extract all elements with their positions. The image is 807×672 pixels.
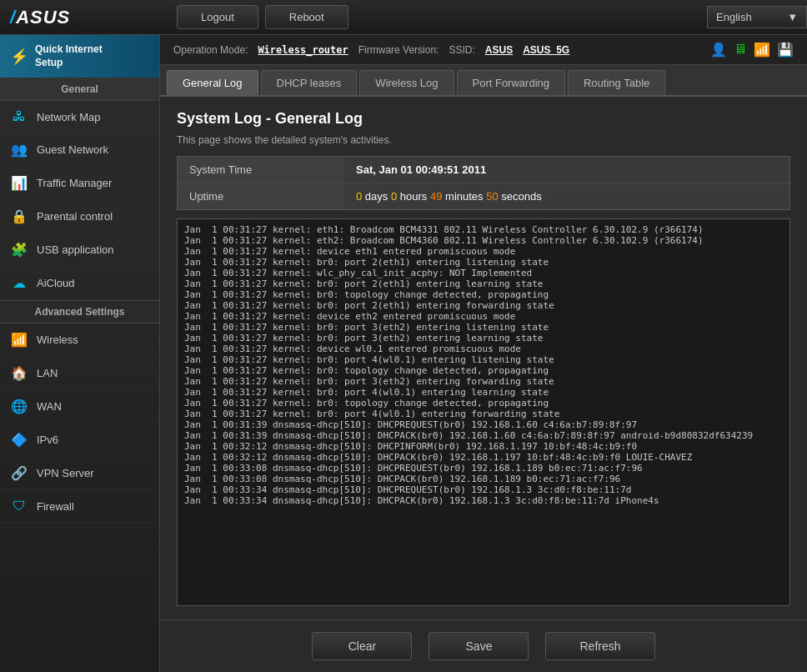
tab-port-forwarding[interactable]: Port Forwarding	[457, 70, 565, 95]
logo-area: /ASUS	[0, 7, 160, 28]
system-info-table: System Time Sat, Jan 01 00:49:51 2011 Up…	[177, 156, 790, 210]
info-bar: Operation Mode: Wireless_router Firmware…	[160, 35, 807, 65]
uptime-days-num: 0	[356, 190, 362, 203]
sidebar-item-label: Network Map	[37, 111, 101, 123]
sidebar-item-parental-control[interactable]: 🔒 Parental control	[0, 200, 159, 233]
page-content: System Log - General Log This page shows…	[160, 97, 807, 619]
uptime-hours-label: hours	[400, 190, 428, 203]
usb-icon[interactable]: 💾	[777, 42, 794, 58]
ssid-value2: ASUS_5G	[523, 44, 569, 56]
tab-general-log[interactable]: General Log	[167, 70, 258, 95]
uptime-minutes-label: minutes	[445, 190, 484, 203]
firewall-icon: 🛡	[10, 499, 28, 514]
system-time-row: System Time Sat, Jan 01 00:49:51 2011	[178, 157, 789, 183]
wifi-signal-icon[interactable]: 📶	[754, 42, 770, 58]
info-icons: 👤 🖥 📶 💾	[710, 42, 794, 58]
ipv6-icon: 🔷	[10, 432, 28, 448]
language-label: English	[716, 11, 752, 23]
sidebar-item-label: Firewall	[37, 500, 74, 513]
logout-button[interactable]: Logout	[177, 5, 258, 29]
uptime-label: Uptime	[178, 183, 344, 209]
wireless-icon: 📶	[10, 332, 28, 348]
tab-dhcp-leases[interactable]: DHCP leases	[261, 70, 358, 95]
uptime-minutes-num: 49	[430, 190, 442, 203]
uptime-days-label: days	[365, 190, 388, 203]
sidebar-item-wireless[interactable]: 📶 Wireless	[0, 323, 159, 357]
uptime-row: Uptime 0 days 0 hours 49 minutes 50 seco…	[178, 183, 789, 209]
uptime-seconds-label: seconds	[501, 190, 541, 203]
clear-button[interactable]: Clear	[312, 632, 412, 660]
system-time-label: System Time	[178, 157, 344, 183]
wan-icon: 🌐	[10, 399, 28, 414]
save-button[interactable]: Save	[429, 632, 529, 660]
asus-logo: /ASUS	[10, 7, 70, 28]
sidebar-item-label: AiCloud	[37, 277, 75, 289]
sidebar: ⚡ Quick InternetSetup General 🖧 Network …	[0, 35, 160, 672]
main-layout: ⚡ Quick InternetSetup General 🖧 Network …	[0, 35, 807, 672]
sidebar-item-guest-network[interactable]: 👥 Guest Network	[0, 133, 159, 167]
uptime-seconds-num: 50	[486, 190, 498, 203]
sidebar-item-aicloud[interactable]: ☁ AiCloud	[0, 267, 159, 300]
language-selector[interactable]: English ▼	[707, 6, 807, 28]
usb-application-icon: 🧩	[10, 242, 28, 258]
operation-mode-value: Wireless_router	[258, 44, 348, 56]
tabs-bar: General Log DHCP leases Wireless Log Por…	[160, 65, 807, 97]
sidebar-item-label: LAN	[37, 367, 58, 379]
uptime-hours-num: 0	[391, 190, 397, 203]
guest-network-icon: 👥	[10, 142, 28, 158]
sidebar-item-usb-application[interactable]: 🧩 USB application	[0, 233, 159, 267]
sidebar-item-traffic-manager[interactable]: 📊 Traffic Manager	[0, 167, 159, 200]
quick-setup-icon: ⚡	[10, 48, 28, 66]
sidebar-item-vpn-server[interactable]: 🔗 VPN Server	[0, 457, 159, 490]
sidebar-item-firewall[interactable]: 🛡 Firewall	[0, 490, 159, 523]
quick-internet-setup[interactable]: ⚡ Quick InternetSetup	[0, 35, 159, 78]
system-time-value: Sat, Jan 01 00:49:51 2011	[344, 157, 789, 183]
general-section-header: General	[0, 78, 159, 101]
firmware-label: Firmware Version:	[358, 44, 439, 56]
ssid-value1: ASUS	[485, 44, 513, 56]
operation-mode-label: Operation Mode:	[173, 44, 248, 56]
log-textarea[interactable]: Jan 1 00:31:27 kernel: eth1: Broadcom BC…	[178, 219, 789, 605]
sidebar-item-label: WAN	[37, 400, 62, 413]
sidebar-item-label: IPv6	[37, 434, 58, 446]
refresh-button[interactable]: Refresh	[545, 632, 654, 660]
ssid-label: SSID:	[449, 44, 474, 56]
sidebar-item-label: VPN Server	[37, 467, 94, 479]
bottom-bar: Clear Save Refresh	[160, 619, 807, 672]
lan-icon: 🏠	[10, 365, 28, 381]
sidebar-item-wan[interactable]: 🌐 WAN	[0, 390, 159, 424]
sidebar-item-label: Parental control	[37, 210, 113, 223]
sidebar-item-label: Guest Network	[37, 143, 108, 156]
user-icon[interactable]: 👤	[710, 42, 727, 58]
page-description: This page shows the detailed system's ac…	[177, 134, 790, 146]
monitor-icon[interactable]: 🖥	[734, 42, 747, 58]
uptime-value: 0 days 0 hours 49 minutes 50 seconds	[344, 183, 789, 209]
header: /ASUS Logout Reboot English ▼	[0, 0, 807, 35]
aicloud-icon: ☁	[10, 275, 28, 291]
sidebar-item-network-map[interactable]: 🖧 Network Map	[0, 101, 159, 133]
traffic-manager-icon: 📊	[10, 175, 28, 191]
page-title: System Log - General Log	[177, 110, 790, 128]
quick-setup-label: Quick InternetSetup	[35, 43, 103, 69]
sidebar-item-label: Wireless	[37, 333, 78, 346]
sidebar-item-lan[interactable]: 🏠 LAN	[0, 357, 159, 390]
parental-control-icon: 🔒	[10, 208, 28, 224]
log-container: Jan 1 00:31:27 kernel: eth1: Broadcom BC…	[177, 218, 790, 606]
tab-routing-table[interactable]: Routing Table	[568, 70, 665, 95]
advanced-settings-header: Advanced Settings	[0, 300, 159, 323]
sidebar-item-ipv6[interactable]: 🔷 IPv6	[0, 424, 159, 457]
network-map-icon: 🖧	[10, 109, 28, 124]
header-nav: Logout Reboot	[160, 5, 707, 29]
reboot-button[interactable]: Reboot	[265, 5, 348, 29]
content-area: Operation Mode: Wireless_router Firmware…	[160, 35, 807, 672]
sidebar-item-label: Traffic Manager	[37, 177, 112, 189]
sidebar-item-label: USB application	[37, 243, 114, 256]
chevron-down-icon: ▼	[787, 11, 798, 23]
vpn-server-icon: 🔗	[10, 465, 28, 481]
tab-wireless-log[interactable]: Wireless Log	[359, 70, 454, 95]
